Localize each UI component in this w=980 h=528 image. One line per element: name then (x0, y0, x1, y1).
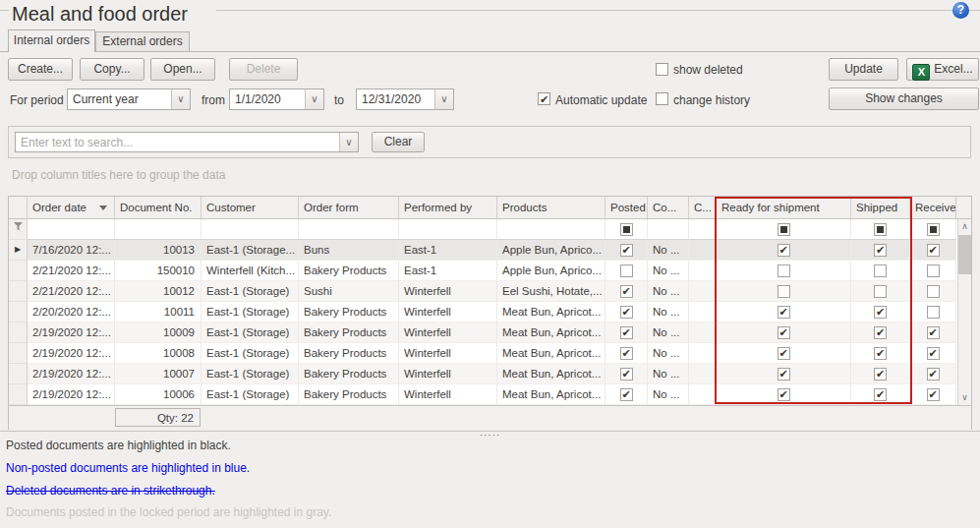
table-row[interactable]: 2/20/2020 12:...10011East-1 (Storage)Bak… (9, 302, 971, 323)
cell-shipped[interactable] (851, 364, 910, 384)
column-header-posted[interactable]: Posted (605, 197, 648, 218)
table-row[interactable]: 2/19/2020 12:...10007East-1 (Storage)Bak… (9, 364, 971, 384)
row-indicator[interactable] (9, 364, 28, 384)
create-button[interactable]: Create... (8, 58, 73, 81)
cell-comment[interactable]: No ... (648, 323, 689, 343)
cell-checkbox-received[interactable] (927, 285, 940, 298)
cell-posted[interactable] (605, 240, 648, 261)
cell-checkbox-ready[interactable] (778, 285, 790, 298)
cell-c[interactable] (689, 364, 717, 384)
cell-products[interactable]: Meat Bun, Apricot... (497, 343, 605, 364)
from-date-select[interactable]: 1/1/2020 (229, 88, 324, 110)
cell-performed[interactable]: Winterfell (399, 343, 497, 364)
cell-doc[interactable]: 10013 (115, 240, 202, 261)
cell-comment[interactable]: No ... (648, 343, 689, 364)
filter-cell-comment[interactable] (648, 219, 689, 240)
cell-date[interactable]: 2/19/2020 12:... (28, 364, 115, 384)
cell-posted[interactable] (605, 323, 648, 343)
cell-checkbox-posted[interactable] (620, 388, 633, 401)
cell-date[interactable]: 2/20/2020 12:... (28, 302, 115, 323)
cell-c[interactable] (689, 384, 717, 405)
to-date-select[interactable]: 12/31/2020 (356, 88, 454, 110)
cell-products[interactable]: Meat Bun, Apricot... (497, 323, 605, 343)
cell-checkbox-ready[interactable] (778, 326, 790, 339)
cell-c[interactable] (689, 240, 717, 261)
chevron-down-icon[interactable] (171, 89, 190, 109)
cell-customer[interactable]: East-1 (Storage... (202, 240, 299, 261)
cell-ready[interactable] (717, 302, 851, 323)
cell-form[interactable]: Bakery Products (299, 302, 399, 323)
cell-date[interactable]: 7/16/2020 12:... (28, 240, 115, 261)
cell-checkbox-received[interactable] (927, 388, 940, 401)
cell-comment[interactable]: No ... (648, 240, 689, 261)
cell-ready[interactable] (717, 240, 851, 261)
table-row[interactable]: 2/19/2020 12:...10008East-1 (Storage)Bak… (9, 343, 971, 364)
cell-products[interactable]: Meat Bun, Apricot... (497, 364, 605, 384)
vertical-scrollbar[interactable] (957, 219, 971, 405)
period-select[interactable]: Current year (67, 88, 191, 110)
cell-performed[interactable]: Winterfell (399, 364, 497, 384)
cell-customer[interactable]: East-1 (Storage) (202, 281, 299, 302)
cell-comment[interactable]: No ... (648, 384, 689, 405)
column-header-received[interactable]: Received (910, 197, 956, 218)
cell-checkbox-received[interactable] (927, 326, 940, 339)
clear-button[interactable]: Clear (372, 132, 425, 152)
cell-checkbox-posted[interactable] (620, 285, 633, 298)
chevron-down-icon[interactable] (305, 89, 323, 109)
cell-checkbox-posted[interactable] (620, 244, 633, 257)
table-row[interactable]: 2/21/2020 12:...150010Winterfell (Kitch.… (9, 261, 971, 281)
cell-products[interactable]: Apple Bun, Aprico... (497, 261, 605, 281)
table-row[interactable]: 2/19/2020 12:...10006East-1 (Storage)Bak… (9, 384, 971, 405)
cell-checkbox-received[interactable] (927, 306, 940, 319)
cell-doc[interactable]: 10006 (115, 384, 202, 405)
cell-checkbox-ready[interactable] (778, 264, 790, 277)
filter-cell-date[interactable] (28, 219, 115, 240)
cell-products[interactable]: Eel Sushi, Hotate,... (497, 281, 605, 302)
cell-doc[interactable]: 10012 (115, 281, 202, 302)
search-input[interactable] (16, 133, 339, 151)
cell-date[interactable]: 2/19/2020 12:... (28, 323, 115, 343)
cell-ready[interactable] (717, 281, 851, 302)
cell-date[interactable]: 2/19/2020 12:... (28, 343, 115, 364)
filter-checkbox-ready[interactable] (778, 223, 790, 236)
cell-received[interactable] (910, 343, 956, 364)
cell-shipped[interactable] (851, 281, 910, 302)
cell-form[interactable]: Buns (299, 240, 399, 261)
cell-ready[interactable] (717, 261, 851, 281)
search-dropdown-icon[interactable] (339, 133, 358, 151)
cell-doc[interactable]: 10011 (115, 302, 202, 323)
cell-received[interactable] (910, 364, 956, 384)
cell-ready[interactable] (717, 384, 851, 405)
filter-checkbox-shipped[interactable] (874, 223, 887, 236)
scrollbar-thumb[interactable] (958, 235, 971, 274)
cell-customer[interactable]: East-1 (Storage) (202, 384, 299, 405)
cell-checkbox-ready[interactable] (778, 388, 790, 401)
search-box[interactable] (15, 132, 359, 152)
cell-received[interactable] (910, 302, 956, 323)
column-header-c[interactable]: C... (689, 197, 717, 218)
show-deleted-checkbox[interactable] (656, 63, 668, 76)
row-indicator[interactable] (9, 281, 28, 302)
cell-performed[interactable]: Winterfell (399, 384, 497, 405)
cell-checkbox-ready[interactable] (778, 347, 790, 360)
filter-cell-ready[interactable] (717, 219, 851, 240)
filter-checkbox-posted[interactable] (620, 223, 633, 236)
filter-cell-performed[interactable] (399, 219, 497, 240)
cell-received[interactable] (910, 261, 956, 281)
cell-date[interactable]: 2/21/2020 12:... (28, 261, 115, 281)
cell-customer[interactable]: East-1 (Storage) (202, 302, 299, 323)
cell-comment[interactable]: No ... (648, 281, 689, 302)
cell-form[interactable]: Bakery Products (299, 261, 399, 281)
filter-cell-posted[interactable] (605, 219, 648, 240)
filter-cell-doc[interactable] (115, 219, 202, 240)
cell-doc[interactable]: 150010 (115, 261, 202, 281)
filter-cell-shipped[interactable] (851, 219, 910, 240)
table-row[interactable]: 2/19/2020 12:...10009East-1 (Storage)Bak… (9, 323, 971, 343)
cell-shipped[interactable] (851, 302, 910, 323)
cell-c[interactable] (689, 281, 717, 302)
row-indicator[interactable] (9, 323, 28, 343)
cell-posted[interactable] (605, 343, 648, 364)
cell-shipped[interactable] (851, 261, 910, 281)
table-row[interactable]: ▶7/16/2020 12:...10013East-1 (Storage...… (9, 240, 971, 261)
cell-posted[interactable] (605, 302, 648, 323)
